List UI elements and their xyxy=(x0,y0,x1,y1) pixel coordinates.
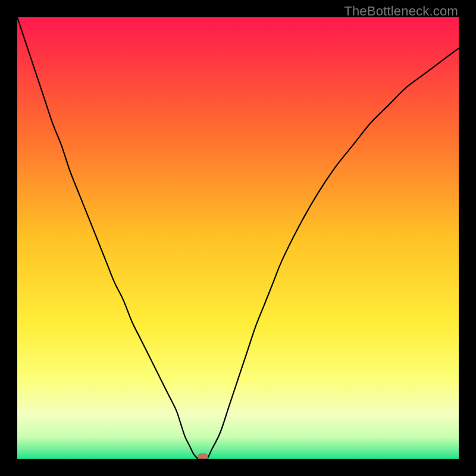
chart-minimum-marker xyxy=(198,453,208,459)
chart-frame xyxy=(17,17,459,459)
chart-curve xyxy=(17,17,459,459)
